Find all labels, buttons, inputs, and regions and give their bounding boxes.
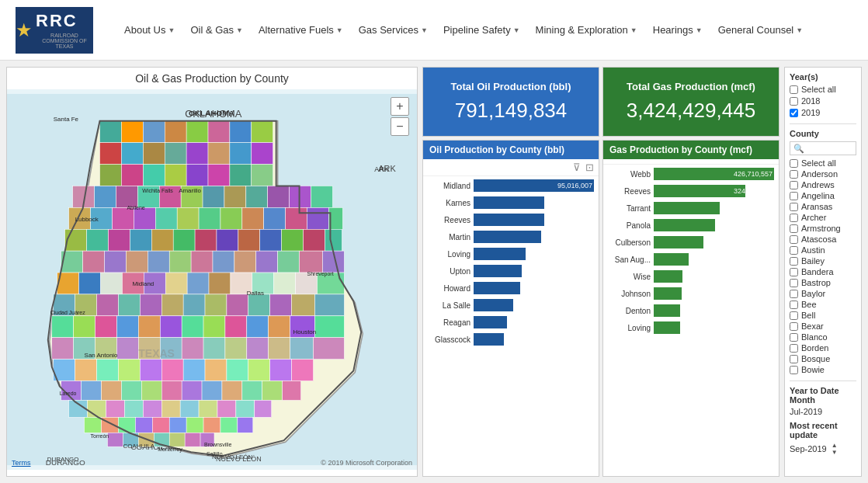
county-atascosa[interactable]: Atascosa	[790, 235, 856, 244]
gas-bar-row: Loving 92,707,135	[608, 321, 774, 334]
sidebar: Year(s) Select all20182019 County Select…	[784, 67, 862, 477]
svg-rect-177	[220, 417, 238, 433]
logo-star: ★	[16, 19, 33, 41]
year-2019[interactable]: 2019	[790, 108, 856, 117]
county-bailey[interactable]: Bailey	[790, 256, 856, 266]
svg-rect-80	[300, 251, 323, 273]
county-angelina[interactable]: Angelina	[790, 191, 856, 200]
select-all-years[interactable]: Select all	[790, 85, 856, 94]
svg-text:Ciudad Juárez: Ciudad Juárez	[50, 310, 85, 315]
county-search-input[interactable]	[790, 141, 856, 155]
svg-rect-68	[325, 229, 342, 251]
county-andrews[interactable]: Andrews	[790, 180, 856, 189]
nav-item-pipeline-safety[interactable]: Pipeline Safety ▼	[436, 18, 528, 42]
county-bastrop[interactable]: Bastrop	[790, 278, 856, 287]
county-bowie[interactable]: Bowie	[790, 365, 856, 374]
svg-rect-129	[225, 338, 247, 360]
svg-text:Abilene: Abilene	[127, 205, 144, 210]
county-austin[interactable]: Austin	[790, 245, 856, 255]
county-bee[interactable]: Bee	[790, 300, 856, 309]
svg-rect-89	[209, 273, 231, 294]
zoom-in-button[interactable]: +	[391, 97, 409, 116]
county-blanco[interactable]: Blanco	[790, 332, 856, 342]
svg-text:Houston: Houston	[293, 328, 317, 335]
county-bosque[interactable]: Bosque	[790, 354, 856, 363]
nav-item-oil---gas[interactable]: Oil & Gas ▼	[182, 18, 251, 42]
svg-text:Torreón: Torreón	[91, 433, 109, 439]
svg-rect-48	[177, 207, 199, 229]
svg-rect-27	[186, 165, 208, 186]
svg-rect-171	[118, 417, 135, 433]
year-2018[interactable]: 2018	[790, 96, 856, 106]
ytd-value: Jul-2019	[790, 407, 856, 416]
svg-rect-102	[205, 294, 227, 316]
county-baylor[interactable]: Baylor	[790, 289, 856, 298]
svg-rect-60	[151, 229, 173, 251]
filter-icon[interactable]: ⊽	[573, 162, 581, 173]
svg-rect-12	[208, 121, 230, 143]
map-copyright: © 2019 Microsoft Corporation	[321, 459, 412, 467]
svg-rect-32	[95, 186, 116, 207]
svg-rect-112	[138, 316, 160, 338]
svg-rect-39	[246, 186, 268, 207]
map-zoom-controls: + −	[391, 97, 409, 136]
svg-rect-10	[165, 121, 186, 143]
gas-chart-content: Webb 426,710,557 Reeves 324,188,822 Tarr…	[603, 165, 779, 476]
county-borden[interactable]: Borden	[790, 343, 856, 353]
nav-item-about-us[interactable]: About Us ▼	[116, 18, 182, 42]
svg-rect-111	[116, 316, 138, 338]
map-terms-link[interactable]: Terms	[12, 459, 31, 467]
nav-item-mining---exploration[interactable]: Mining & Exploration ▼	[528, 18, 645, 42]
export-icon[interactable]: ⊡	[585, 162, 594, 173]
county-archer[interactable]: Archer	[790, 213, 856, 222]
svg-rect-77	[234, 251, 256, 273]
total-oil-label: Total Oil Production (bbl)	[450, 81, 571, 92]
svg-rect-56	[65, 229, 87, 251]
svg-rect-149	[121, 381, 141, 401]
county-anderson[interactable]: Anderson	[790, 169, 856, 179]
update-up-arrow[interactable]: ▲	[832, 442, 838, 449]
logo-area: ★ RRC RAILROAD COMMISSION OF TEXAS	[16, 7, 93, 54]
svg-rect-135	[75, 360, 97, 381]
svg-rect-58	[109, 229, 130, 251]
zoom-out-button[interactable]: −	[391, 117, 409, 136]
svg-rect-66	[282, 229, 304, 251]
svg-rect-83	[79, 273, 101, 294]
svg-rect-8	[121, 121, 143, 143]
svg-rect-101	[183, 294, 205, 316]
svg-rect-163	[161, 400, 180, 417]
update-down-arrow[interactable]: ▼	[832, 449, 838, 456]
nav-item-alternative-fuels[interactable]: Alternative Fuels ▼	[251, 18, 351, 42]
total-gas-value: 3,424,429,445	[627, 99, 755, 123]
gas-bar-row: Webb 426,710,557	[608, 168, 774, 180]
texas-map: OKLAHOMA ARK COAHUILA DURANGO NUEVO LEÓN	[7, 89, 417, 470]
svg-rect-65	[260, 229, 282, 251]
nav-item-general-counsel[interactable]: General Counsel ▼	[710, 18, 811, 42]
county-bell[interactable]: Bell	[790, 311, 856, 320]
svg-rect-51	[242, 207, 264, 229]
svg-rect-173	[152, 417, 169, 433]
total-gas-label: Total Gas Production (mcf)	[627, 81, 755, 92]
svg-rect-79	[278, 251, 300, 273]
nav-item-gas-services[interactable]: Gas Services ▼	[351, 18, 436, 42]
county-aransas[interactable]: Aransas	[790, 202, 856, 211]
oil-bar-row: Upton 38,643,917	[428, 265, 594, 277]
county-bandera[interactable]: Bandera	[790, 267, 856, 276]
svg-rect-156	[262, 381, 283, 401]
svg-rect-168	[255, 400, 272, 417]
svg-rect-162	[143, 400, 161, 417]
svg-rect-118	[269, 316, 290, 338]
select-all-counties[interactable]: Select all	[790, 158, 856, 168]
svg-rect-70	[83, 251, 105, 273]
svg-rect-24	[121, 165, 143, 186]
svg-rect-116	[225, 316, 247, 338]
oil-bar-row: Martin 53,344,491	[428, 231, 594, 243]
svg-rect-47	[155, 207, 177, 229]
county-bexar[interactable]: Bexar	[790, 321, 856, 331]
svg-text:Wichita Falls: Wichita Falls	[142, 188, 173, 193]
svg-rect-7	[100, 121, 122, 143]
nav-item-hearings[interactable]: Hearings ▼	[645, 18, 710, 42]
svg-rect-130	[247, 338, 269, 360]
county-armstrong[interactable]: Armstrong	[790, 224, 856, 233]
oil-bar-row: Midland 95,016,007	[428, 179, 594, 192]
